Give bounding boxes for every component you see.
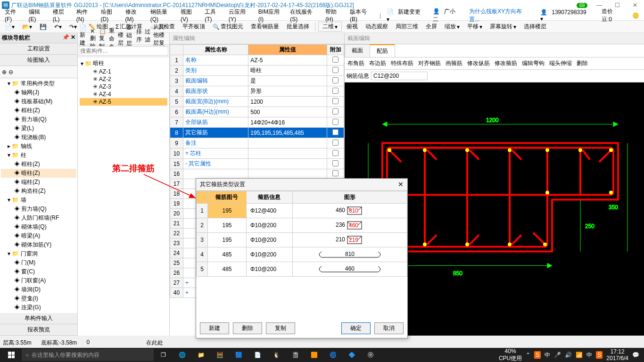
tree-node[interactable]: ▾ 📁 门窗洞	[1, 249, 76, 258]
tree-node[interactable]: ◈ 构造柱(Z)	[1, 187, 76, 196]
property-row[interactable]: 3截面编辑是	[170, 76, 344, 86]
property-row[interactable]: 5截面宽(B边)(mm)1200	[170, 97, 344, 107]
phone-label[interactable]: 👤 13907298339 ▾	[537, 9, 595, 22]
project-settings-btn[interactable]: 工程设置	[0, 43, 77, 55]
find-elem-btn[interactable]: 🔍查找图元	[210, 22, 246, 32]
task-app-8[interactable]: 🟧	[305, 348, 323, 362]
select-floor-btn[interactable]: 选择楼层	[521, 22, 549, 32]
task-view-icon[interactable]: ❐	[154, 348, 173, 362]
tree-node[interactable]: ◈ 框柱(Z)	[1, 106, 76, 115]
tray-ime-icon[interactable]: 中	[586, 351, 592, 359]
property-row[interactable]: 7全部纵筋14Φ20+4Φ16	[170, 117, 344, 128]
new-file-icon[interactable]: 📄▾	[2, 23, 17, 31]
tree-node[interactable]: ◈ 人防门框墙(RF	[1, 214, 76, 222]
tab-section[interactable]: 截面	[345, 44, 370, 57]
system-tray[interactable]: 40%CPU使用 ⌃ S 中 🎤 🔊 📶 中 S 17:122017/6/4 💬	[499, 348, 642, 362]
tree-node[interactable]: ◈ 现浇板(B)	[1, 133, 76, 142]
rotate-btn[interactable]: 屏幕旋转 ▾	[487, 22, 519, 32]
tree-node[interactable]: ▾ 📁 墙	[1, 196, 76, 205]
menu-cloud[interactable]: 云应用(Y)	[226, 8, 256, 23]
draw-btn[interactable]: ✏️绘图	[86, 22, 111, 32]
tray-notif-icon[interactable]: 💬	[632, 352, 639, 358]
tree-node[interactable]: ◈ 砌体加筋(Y)	[1, 240, 76, 249]
property-row[interactable]: 1名称AZ-5	[170, 55, 344, 66]
dialog-cancel-button[interactable]: 取消	[374, 322, 404, 334]
stirrup-row[interactable]: 5485Φ10@200460	[197, 262, 407, 277]
component-item[interactable]: ✳ AZ-3	[80, 83, 167, 90]
tree-node[interactable]: ◈ 壁龛(I)	[1, 294, 76, 303]
tree-node[interactable]: ◈ 框柱(Z)	[1, 160, 76, 169]
floor-sel[interactable]: 楼层	[118, 31, 124, 47]
component-type-tree[interactable]: ▾ 📁 常用构件类型◈ 轴网(J)◈ 筏板基础(M)◈ 框柱(Z)◈ 剪力墙(Q…	[0, 78, 77, 313]
tray-speaker-icon[interactable]: 🔊	[565, 352, 572, 358]
task-app-3[interactable]: 🧮	[210, 348, 229, 362]
redo-icon[interactable]: ↷▾	[66, 23, 80, 31]
dialog-new-button[interactable]: 新建	[200, 322, 229, 334]
dialog-copy-button[interactable]: 复制	[266, 322, 295, 334]
property-row[interactable]: 9备注	[170, 138, 344, 148]
stirrup-row[interactable]: 4485Φ10@200810	[197, 247, 407, 262]
tree-node[interactable]: ◈ 暗柱(Z)	[1, 169, 76, 178]
task-app-2[interactable]: 📁	[191, 348, 210, 362]
single-input-btn[interactable]: 单构件输入	[0, 313, 77, 324]
comp-root[interactable]: ▾ 📁 暗柱	[80, 59, 167, 68]
expand-icon[interactable]: ⊕	[2, 69, 7, 75]
start-button[interactable]	[2, 348, 21, 362]
menu-tool[interactable]: 工具(T)	[202, 8, 226, 23]
taskbar-search[interactable]: ○ 在这里输入你要搜索的内容	[22, 349, 154, 361]
menu-version[interactable]: 版本号(B)	[347, 8, 377, 23]
local3d-btn[interactable]: 局部三维	[393, 22, 421, 32]
report-preview-btn[interactable]: 报表预览	[0, 324, 77, 336]
component-item[interactable]: ✳ AZ-4	[80, 90, 167, 98]
tree-node[interactable]: ◈ 筏板基础(M)	[1, 97, 76, 106]
stirrup-row[interactable]: 2195Φ10@200236460	[197, 218, 407, 233]
pan-btn[interactable]: 平移 ▾	[464, 22, 485, 32]
batch-select-btn[interactable]: 批量选择	[284, 22, 312, 32]
menu-view[interactable]: 视图(V)	[178, 8, 202, 23]
property-row[interactable]: 4截面形状异形	[170, 86, 344, 97]
rebar-info-select[interactable]	[371, 72, 428, 80]
dialog-ok-button[interactable]: 确定	[341, 322, 371, 334]
tray-sogou-icon[interactable]: S	[534, 351, 541, 359]
task-app-1[interactable]: 🌐	[173, 348, 191, 362]
zoom-btn[interactable]: 缩放 ▾	[442, 22, 462, 32]
menu-rebar[interactable]: 钢筋量(Q)	[148, 8, 178, 23]
property-row[interactable]: 15- 其它属性	[170, 159, 344, 169]
tree-node[interactable]: ◈ 端柱(Z)	[1, 178, 76, 187]
menu-component[interactable]: 构件(N)	[74, 8, 98, 23]
menu-floor[interactable]: 楼层(L)	[50, 8, 74, 23]
windows-taskbar[interactable]: ○ 在这里输入你要搜索的内容 ❐ 🌐 📁 🧮 🟦 📄 🐧 📓 🟧 🌀 🔷 ⓔ 4…	[0, 348, 644, 362]
component-item[interactable]: ✳ AZ-5	[80, 98, 167, 106]
task-app-4[interactable]: 🟦	[229, 348, 248, 362]
topview-btn[interactable]: 俯视	[344, 22, 361, 32]
tree-node[interactable]: ◈ 剪力墙(Q)	[1, 115, 76, 124]
tree-node[interactable]: ▾ 📁 柱	[1, 151, 76, 160]
tray-up-icon[interactable]: ⌃	[526, 352, 530, 358]
2d-select[interactable]: 二维 ▾	[318, 22, 342, 32]
task-app-11[interactable]: ⓔ	[361, 348, 380, 362]
tree-node[interactable]: ◈ 轴网(J)	[1, 88, 76, 97]
task-app-10[interactable]: 🔷	[342, 348, 361, 362]
special-btn[interactable]: 特殊布筋	[391, 59, 413, 67]
tree-node[interactable]: ◈ 窗(C)	[1, 267, 76, 276]
tree-node[interactable]: ▾ 📁 常用构件类型	[1, 79, 76, 88]
property-row[interactable]: 2类别暗柱	[170, 66, 344, 76]
menu-modify[interactable]: 修改(M)	[123, 8, 148, 23]
component-item[interactable]: ✳ AZ-2	[80, 75, 167, 83]
menu-draw[interactable]: 绘图(D)	[98, 8, 123, 23]
mod-long-btn[interactable]: 修改纵筋	[467, 59, 490, 67]
save-icon[interactable]: 💾	[37, 23, 50, 31]
new-change-button[interactable]: 📄 新建变更 ▾	[384, 8, 430, 23]
tree-node[interactable]: ◈ 暗梁(A)	[1, 231, 76, 240]
property-row[interactable]: 10+ 芯柱	[170, 148, 344, 159]
open-file-icon[interactable]: 📂▾	[19, 23, 35, 31]
undo-icon[interactable]: ↶▾	[51, 23, 65, 31]
dialog-titlebar[interactable]: 其它箍筋类型设置 ✕	[196, 179, 407, 191]
task-app-5[interactable]: 📄	[248, 348, 267, 362]
align-btn[interactable]: 对齐钢筋	[418, 59, 441, 67]
tree-node[interactable]: ◈ 墙洞(D)	[1, 285, 76, 294]
tree-node[interactable]: ◈ 门联窗(A)	[1, 276, 76, 285]
tray-clock[interactable]: 17:122017/6/4	[606, 348, 628, 362]
tray-net-icon[interactable]: 📶	[576, 352, 583, 358]
tree-node[interactable]: ◈ 门(M)	[1, 258, 76, 267]
